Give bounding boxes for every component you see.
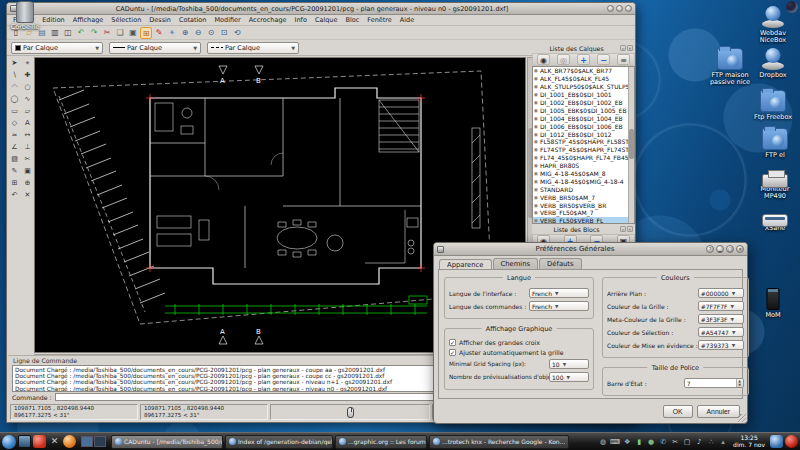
desktop-icon[interactable]: FTP el — [750, 128, 800, 159]
desktop-icon[interactable]: MoM — [748, 288, 798, 319]
rectangle-tool-icon[interactable]: ▭ — [9, 106, 20, 117]
layer-row[interactable]: ◼ ALK_BR77$0$ALK_BR77 — [533, 67, 634, 75]
session-icon[interactable] — [770, 435, 783, 448]
undo-tool-icon[interactable]: ↶ — [9, 190, 20, 201]
layer-hide-icon[interactable]: ◎ — [557, 54, 570, 65]
spin-down-icon[interactable]: ▼ — [737, 383, 743, 387]
layer-list-scrollbar[interactable] — [628, 67, 634, 223]
delete-tool-icon[interactable]: ✕ — [22, 190, 33, 201]
task-button[interactable]: Index of /generation-debian/qelectr... — [225, 435, 333, 449]
start-menu-button[interactable] — [2, 435, 16, 449]
layer-row[interactable]: ◼ DI_1005_EBK$0$DI_1005_EB — [533, 106, 634, 114]
dimension-tool-icon[interactable]: ↔ — [22, 130, 33, 141]
tray-network-icon[interactable]: ▮ — [634, 435, 644, 449]
layer-row[interactable]: ◼ VERB_BR50$VERB_BR — [533, 201, 634, 209]
desktop-icon[interactable]: XSane — [750, 210, 800, 232]
arc-tool-icon[interactable]: ◠ — [9, 82, 20, 93]
menu-item[interactable]: Aide — [396, 16, 418, 24]
spline-tool-icon[interactable]: ∿ — [22, 94, 33, 105]
desktop-icon[interactable]: Dropbox — [748, 48, 798, 79]
firefox-icon[interactable] — [63, 435, 76, 448]
linestyle-combo[interactable]: Par Calque ▼ — [207, 42, 299, 54]
zoom-previous-icon[interactable]: ⟲ — [231, 27, 243, 39]
layer-row[interactable]: ◼ ALK_STULP50$0$ALK_STULP50 — [533, 83, 634, 91]
dialog-titlebar[interactable]: Préférences Générales ?▁▢✕ — [434, 243, 747, 256]
layer-row[interactable]: ◼ VERB_BR50$AM_7 — [533, 193, 634, 201]
ellipse-tool-icon[interactable]: ◯ — [9, 94, 20, 105]
polygon-tool-icon[interactable]: ▱ — [22, 106, 33, 117]
redo-icon[interactable]: ↷ — [88, 27, 100, 39]
zoom-tool-icon[interactable]: ⊕ — [22, 178, 33, 189]
task-button[interactable]: ...graphic.org :: Les forums - Voir le s… — [335, 435, 427, 449]
launcher-red-app-icon[interactable] — [33, 435, 46, 448]
menu-item[interactable]: Modifier — [210, 16, 244, 24]
language-combo[interactable]: French ▼ — [529, 301, 589, 311]
cross-tool-icon[interactable]: ✚ — [22, 70, 33, 81]
tray-klipper-icon[interactable]: ◍ — [598, 435, 608, 449]
line-tool-icon[interactable]: ∖ — [9, 70, 20, 81]
angle-dimension-tool-icon[interactable]: ∠ — [9, 142, 20, 153]
task-button[interactable]: ...trotech knx - Recherche Google - Kon.… — [429, 435, 569, 449]
statusbar-font-spinbox[interactable]: 7 ▲▼ — [684, 378, 744, 388]
power-icon[interactable] — [785, 435, 798, 448]
trim-tool-icon[interactable]: ✂ — [22, 154, 33, 165]
desktop-icon[interactable]: Ftp Freebox — [748, 90, 798, 121]
dialog-maximize-icon[interactable]: ▢ — [726, 245, 734, 253]
layer-row[interactable]: ◼ FL58STP_45$0$HAPR_FL58STP_FB — [533, 138, 634, 146]
layer-row[interactable]: ◼ VERB_FL50$AM_7 — [533, 209, 634, 217]
layer-visibility-icon[interactable]: ◉ — [537, 54, 550, 65]
layer-row[interactable]: ◼ DI_1012_EB$0$DI_1012 — [533, 130, 634, 138]
undo-icon[interactable]: ↶ — [75, 27, 87, 39]
layer-row[interactable]: ◼ MIG_4-18-45$0$AM_8 — [533, 170, 634, 178]
block-tool-icon[interactable]: ▣ — [22, 166, 33, 177]
tray-expand-icon[interactable]: ▴ — [718, 435, 728, 449]
grid-tool-icon[interactable]: ⊞ — [9, 178, 20, 189]
linewidth-combo[interactable]: Par Calque ▼ — [109, 42, 201, 54]
menu-item[interactable]: Bloc — [341, 16, 363, 24]
text-tool-icon[interactable]: A — [22, 118, 33, 129]
layer-row[interactable]: ◼ DI_1001_EB$0$DI_1001 — [533, 91, 634, 99]
color-value-combo[interactable]: #3F3F3F ▼ — [698, 314, 744, 324]
layer-row[interactable]: ◼ DI_1006_EB$0$DI_1006_EB — [533, 122, 634, 130]
menu-item[interactable]: Affichage — [69, 16, 108, 24]
polyline-tool-icon[interactable]: ◇ — [9, 118, 20, 129]
value-combo[interactable]: 10 ▼ — [549, 359, 589, 369]
layer-row[interactable]: ◼ MIG_4-18-45$0$MIG_4-18-4 — [533, 177, 634, 185]
plasma-cashew-icon[interactable] — [786, 1, 798, 13]
tray-monitor-icon[interactable]: ▢ — [682, 435, 692, 449]
system-tools-icon[interactable]: ✕ — [48, 435, 61, 448]
layer-row[interactable]: ◼ FL74_45$0$HAPR_FL74_FB45 — [533, 154, 634, 162]
spinbox-arrows[interactable]: ▲▼ — [736, 379, 743, 387]
checkbox[interactable]: ✓ — [449, 339, 456, 346]
minimize-button[interactable] — [607, 5, 614, 12]
dock-close-icon[interactable]: ✕ — [627, 45, 633, 51]
tray-keyboard-icon[interactable]: ⌨ — [610, 435, 620, 449]
zoom-auto-icon[interactable]: ⊙ — [205, 27, 217, 39]
perpendicular-tool-icon[interactable]: ⊥ — [22, 142, 33, 153]
color-value-combo[interactable]: #739373 ▼ — [698, 340, 744, 350]
circle-tool-icon[interactable]: ○ — [22, 82, 33, 93]
menu-item[interactable]: Fenêtre — [363, 16, 396, 24]
dialog-close-icon[interactable]: ✕ — [736, 245, 744, 253]
clock[interactable]: 13:25 dim. 7 nov — [730, 435, 768, 449]
remove-layer-icon[interactable]: − — [597, 54, 610, 65]
pager-desktop-2[interactable] — [94, 436, 106, 447]
maximize-button[interactable] — [616, 5, 623, 12]
menu-item[interactable]: Accrochage — [245, 16, 291, 24]
layer-row[interactable]: ◼ ALK_FL45$0$ALK_FL45 — [533, 75, 634, 83]
menu-item[interactable]: Info — [291, 16, 311, 24]
add-layer-icon[interactable]: + — [577, 54, 590, 65]
cut-icon[interactable]: ✂ — [101, 27, 113, 39]
layer-row[interactable]: ◼ DI_1004_EB$0$DI_1004_EB — [533, 114, 634, 122]
menu-item[interactable]: Dessin — [145, 16, 175, 24]
select-tool-icon[interactable]: ➤ — [9, 58, 20, 69]
draw-icon[interactable]: ✎ — [153, 27, 165, 39]
desktop-icon[interactable]: Corbeille — [0, 0, 50, 31]
close-button[interactable] — [625, 5, 632, 12]
window-titlebar[interactable]: CADuntu - [/media/Toshiba_500/documents_… — [7, 3, 635, 15]
paste-icon[interactable]: ▣ — [127, 27, 139, 39]
tray-security-icon[interactable]: ● — [646, 435, 656, 449]
zoom-in-icon[interactable]: ⊕ — [179, 27, 191, 39]
pager-desktop-1[interactable] — [81, 436, 93, 447]
layer-row[interactable]: ◼ DI_1002_EB$0$DI_1002_EB — [533, 99, 634, 107]
